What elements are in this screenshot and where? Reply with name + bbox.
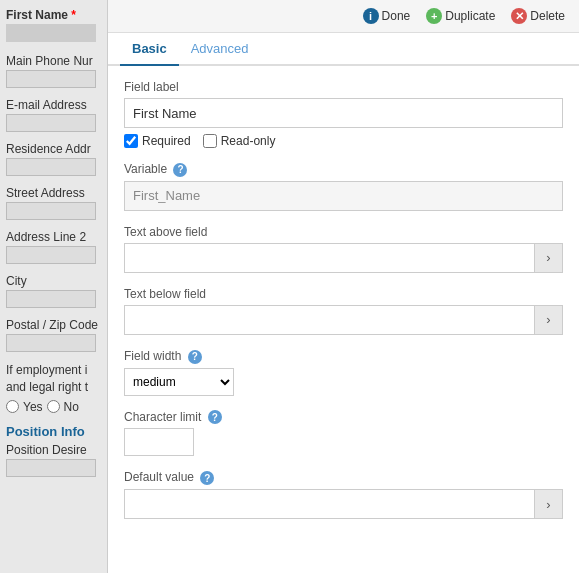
first-name-input-bar: [6, 24, 96, 42]
default-value-section-title: Default value ?: [124, 470, 563, 485]
street-label: Street Address: [6, 186, 101, 200]
required-checkbox-label[interactable]: Required: [142, 134, 191, 148]
field-width-label: Field width: [124, 349, 181, 363]
main-phone-input: [6, 70, 96, 88]
variable-group: Variable ?: [124, 162, 563, 211]
postal-label: Postal / Zip Code: [6, 318, 101, 332]
field-label-group: Field label Required Read-only: [124, 80, 563, 148]
readonly-checkbox[interactable]: [203, 134, 217, 148]
text-above-section-title: Text above field: [124, 225, 563, 239]
left-panel: First Name * Main Phone Nur E-mail Addre…: [0, 0, 108, 573]
yes-radio[interactable]: [6, 400, 19, 413]
field-label-input[interactable]: [124, 98, 563, 128]
employment-text: If employment iand legal right t: [6, 362, 101, 396]
first-name-label: First Name *: [6, 8, 101, 22]
text-below-section-title: Text below field: [124, 287, 563, 301]
default-value-input-row: ›: [124, 489, 563, 519]
no-radio[interactable]: [47, 400, 60, 413]
field-width-info-icon[interactable]: ?: [188, 350, 202, 364]
address2-label: Address Line 2: [6, 230, 101, 244]
duplicate-button[interactable]: + Duplicate: [422, 6, 499, 26]
address2-input: [6, 246, 96, 264]
postal-input: [6, 334, 96, 352]
done-label: Done: [382, 9, 411, 23]
residence-input: [6, 158, 96, 176]
no-label: No: [64, 400, 79, 414]
default-value-info-icon[interactable]: ?: [200, 471, 214, 485]
text-below-input[interactable]: [124, 305, 535, 335]
email-input: [6, 114, 96, 132]
variable-input[interactable]: [124, 181, 563, 211]
field-width-select[interactable]: medium small large full: [124, 368, 234, 396]
done-icon: i: [363, 8, 379, 24]
required-star: *: [71, 8, 76, 22]
top-bar: i Done + Duplicate ✕ Delete: [108, 0, 579, 33]
text-above-group: Text above field ›: [124, 225, 563, 273]
city-input: [6, 290, 96, 308]
text-below-expand-button[interactable]: ›: [535, 305, 563, 335]
char-limit-group: Character limit ?: [124, 410, 563, 457]
duplicate-label: Duplicate: [445, 9, 495, 23]
variable-info-icon[interactable]: ?: [173, 163, 187, 177]
position-desired-input: [6, 459, 96, 477]
email-label: E-mail Address: [6, 98, 101, 112]
yes-label: Yes: [23, 400, 43, 414]
position-info-title: Position Info: [6, 424, 101, 439]
residence-label: Residence Addr: [6, 142, 101, 156]
text-above-expand-button[interactable]: ›: [535, 243, 563, 273]
text-below-group: Text below field ›: [124, 287, 563, 335]
default-value-input[interactable]: [124, 489, 535, 519]
form-content: Field label Required Read-only Variable …: [108, 66, 579, 573]
delete-button[interactable]: ✕ Delete: [507, 6, 569, 26]
default-value-expand-button[interactable]: ›: [535, 489, 563, 519]
default-value-label: Default value: [124, 470, 194, 484]
text-above-input-row: ›: [124, 243, 563, 273]
required-checkbox[interactable]: [124, 134, 138, 148]
field-width-group: Field width ? medium small large full: [124, 349, 563, 396]
variable-label: Variable: [124, 162, 167, 176]
readonly-checkbox-item: Read-only: [203, 134, 276, 148]
right-panel: i Done + Duplicate ✕ Delete Basic Advanc…: [108, 0, 579, 573]
char-limit-section-title: Character limit ?: [124, 410, 563, 425]
field-width-row: medium small large full: [124, 368, 563, 396]
tab-basic[interactable]: Basic: [120, 33, 179, 66]
city-label: City: [6, 274, 101, 288]
position-desired-label: Position Desire: [6, 443, 101, 457]
street-input: [6, 202, 96, 220]
employment-radio-group: Yes No: [6, 400, 101, 414]
done-button[interactable]: i Done: [359, 6, 415, 26]
field-width-section-title: Field width ?: [124, 349, 563, 364]
main-phone-label: Main Phone Nur: [6, 54, 101, 68]
default-value-group: Default value ? ›: [124, 470, 563, 519]
char-limit-info-icon[interactable]: ?: [208, 410, 222, 424]
duplicate-icon: +: [426, 8, 442, 24]
required-checkbox-item: Required: [124, 134, 191, 148]
delete-label: Delete: [530, 9, 565, 23]
readonly-checkbox-label[interactable]: Read-only: [221, 134, 276, 148]
text-above-input[interactable]: [124, 243, 535, 273]
field-label-section-title: Field label: [124, 80, 563, 94]
char-limit-input[interactable]: [124, 428, 194, 456]
delete-icon: ✕: [511, 8, 527, 24]
variable-section-title: Variable ?: [124, 162, 563, 177]
char-limit-label: Character limit: [124, 410, 201, 424]
checkbox-row: Required Read-only: [124, 134, 563, 148]
text-below-input-row: ›: [124, 305, 563, 335]
tabs-bar: Basic Advanced: [108, 33, 579, 66]
tab-advanced[interactable]: Advanced: [179, 33, 261, 66]
